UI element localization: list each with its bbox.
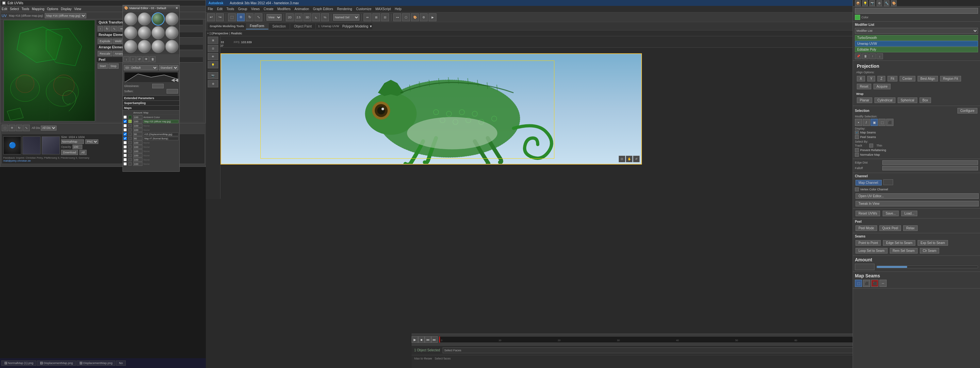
all-dis-selector[interactable]: All Dis bbox=[41, 126, 57, 131]
rem-sel-seam-btn[interactable]: Rem Sel Seam bbox=[890, 248, 918, 253]
bump-amount[interactable] bbox=[133, 136, 142, 140]
rotate-tool-btn[interactable]: ↻ bbox=[16, 125, 22, 131]
fit-btn[interactable]: Fit bbox=[888, 76, 897, 82]
menu-options[interactable]: Options bbox=[47, 7, 58, 11]
track-cb[interactable] bbox=[869, 144, 873, 147]
select-move-btn[interactable]: ✛ bbox=[237, 13, 245, 21]
layers-btn[interactable]: ⊶ bbox=[393, 13, 401, 21]
mat-sphere-6[interactable] bbox=[138, 26, 151, 39]
menu-edit[interactable]: Edit bbox=[2, 7, 7, 11]
download-btn[interactable]: Download bbox=[61, 150, 78, 155]
peel-stop-btn[interactable]: Stop bbox=[108, 64, 119, 69]
vertex-color-cb[interactable] bbox=[855, 187, 859, 191]
vp-ctrl-4[interactable]: 💡 bbox=[208, 61, 218, 68]
rp-icon-5[interactable]: 🔧 bbox=[884, 0, 889, 6]
selfillum-amount[interactable] bbox=[133, 141, 142, 145]
next-frame-btn[interactable]: ⏭ bbox=[431, 336, 438, 343]
menu-help[interactable]: Help bbox=[395, 7, 401, 11]
task-tab-2[interactable]: 🖼 DisplacementMap.png bbox=[37, 360, 76, 366]
map-channel-input[interactable]: 1 bbox=[883, 179, 893, 185]
tab-selection[interactable]: Selection bbox=[269, 24, 290, 29]
mat-sphere-7[interactable] bbox=[151, 26, 165, 39]
rotate-btn[interactable]: ↻ bbox=[104, 26, 110, 31]
rp-icon-1[interactable]: 📦 bbox=[855, 0, 861, 6]
scale-btn[interactable]: ⤡ bbox=[111, 26, 118, 31]
vp-ctrl-2[interactable]: ⊡ bbox=[208, 45, 218, 52]
modifier-turbosmooth[interactable]: TurboSmooth bbox=[855, 35, 978, 40]
filter-check[interactable] bbox=[124, 149, 127, 153]
vp-ctrl-3[interactable]: 👁 bbox=[208, 53, 218, 60]
all-btn[interactable]: All bbox=[80, 150, 87, 155]
opacity-input[interactable] bbox=[73, 145, 82, 149]
ambient-amount[interactable] bbox=[133, 115, 142, 119]
edge-sel-to-seam-btn[interactable]: Edge Sel to Seam bbox=[883, 240, 915, 246]
open-uv-editor-btn[interactable]: Open UV Editor... bbox=[856, 193, 979, 199]
map-name-input[interactable] bbox=[61, 139, 84, 144]
select-btn[interactable]: ⬚ bbox=[228, 13, 236, 21]
diffuse-map-btn[interactable]: Map #16 (diffuse map.jpg) bbox=[143, 120, 179, 123]
menu-select[interactable]: Select bbox=[10, 7, 19, 11]
reset-proj-btn[interactable]: Reset bbox=[857, 84, 871, 89]
mod-delete-btn[interactable]: 🗑 bbox=[862, 53, 869, 59]
orbit-btn[interactable]: ↺ bbox=[633, 156, 640, 162]
reflection-check[interactable] bbox=[124, 154, 127, 157]
opacity-amount[interactable] bbox=[133, 145, 142, 149]
task-tab-4[interactable]: No bbox=[116, 360, 126, 366]
acquire-btn[interactable]: Acquire bbox=[873, 84, 891, 89]
move-btn[interactable]: ↑ bbox=[98, 26, 103, 31]
vp-ctrl-1[interactable]: ⊞ bbox=[208, 37, 218, 44]
edge-sel-btn[interactable]: / bbox=[863, 119, 870, 126]
center-btn[interactable]: Center bbox=[900, 76, 915, 82]
menu-file[interactable]: File bbox=[208, 7, 213, 11]
rp-icon-3[interactable]: 📷 bbox=[869, 0, 875, 6]
mat-sphere-3[interactable] bbox=[151, 13, 165, 26]
prevent-refattening-cb[interactable] bbox=[855, 148, 859, 152]
filter-amount[interactable] bbox=[133, 149, 142, 153]
gloss-check[interactable] bbox=[124, 133, 127, 136]
load-btn[interactable]: Load... bbox=[901, 211, 917, 216]
peel-seams-cb[interactable] bbox=[855, 135, 859, 139]
displacement-amount[interactable] bbox=[133, 162, 142, 166]
menu-group[interactable]: Group bbox=[238, 7, 247, 11]
mat-sphere-9[interactable] bbox=[124, 40, 137, 53]
peel-start-btn[interactable]: Start bbox=[98, 64, 108, 69]
menu-animation[interactable]: Animation bbox=[295, 7, 309, 11]
mat-sphere-10[interactable] bbox=[138, 40, 151, 53]
amount-slider[interactable] bbox=[877, 266, 978, 268]
uv-viewport[interactable] bbox=[3, 20, 95, 122]
opacity-check[interactable] bbox=[124, 145, 127, 149]
map-selector[interactable]: Map #16 (diffuse map.jpg) bbox=[45, 13, 86, 18]
modifier-unwrap[interactable]: Unwrap UVW bbox=[855, 41, 978, 46]
save-btn[interactable]: Save... bbox=[883, 211, 899, 216]
mat-put-btn[interactable]: ↑ bbox=[130, 56, 136, 62]
rp-icon-2[interactable]: 💡 bbox=[862, 0, 868, 6]
move-tool-btn[interactable]: ✛ bbox=[9, 125, 15, 131]
face-sel-btn[interactable]: ▣ bbox=[870, 119, 878, 126]
wrap-cyl-btn[interactable]: Cylindrical bbox=[875, 98, 896, 103]
ambient-check[interactable] bbox=[124, 115, 127, 119]
loop-sel-to-seam-btn[interactable]: Loop Sel to Seam bbox=[856, 248, 888, 253]
mat-sphere-4[interactable] bbox=[165, 13, 178, 26]
align-y-btn[interactable]: Y bbox=[867, 76, 875, 82]
mat-show-btn[interactable]: 👁 bbox=[143, 56, 149, 62]
diffuse-amount[interactable] bbox=[133, 119, 142, 123]
reflection-amount[interactable] bbox=[133, 154, 142, 157]
task-tab-3[interactable]: 🖼 DisplacementMap.png bbox=[76, 360, 115, 366]
map-seams-cb[interactable] bbox=[855, 131, 859, 134]
border-sel-btn[interactable]: ⬚ bbox=[878, 119, 886, 126]
relax-btn[interactable]: Relax bbox=[903, 226, 918, 231]
mat-close-icon[interactable]: ✕ bbox=[175, 6, 178, 10]
snap-2d-btn[interactable]: 2D bbox=[286, 13, 294, 21]
amount-input[interactable]: 0.1 bbox=[855, 264, 875, 270]
mat-sphere-1[interactable] bbox=[124, 13, 137, 26]
gloss-map-btn[interactable]: #15 (DisplacementMap.jpg) bbox=[143, 133, 179, 136]
mat-slot-selector[interactable]: 03 - Default bbox=[124, 65, 158, 70]
coord-sys-selector[interactable]: View World Local bbox=[267, 14, 282, 21]
spec-color-amount[interactable] bbox=[133, 124, 142, 128]
angle-snap-btn[interactable]: ⊾ bbox=[312, 13, 320, 21]
align-z-btn[interactable]: Z bbox=[877, 76, 885, 82]
falloff-input[interactable]: 20.0 bbox=[882, 166, 978, 170]
schematic-btn[interactable]: ⬡ bbox=[402, 13, 410, 21]
object-color-swatch[interactable] bbox=[855, 15, 860, 20]
refraction-check[interactable] bbox=[124, 158, 127, 161]
